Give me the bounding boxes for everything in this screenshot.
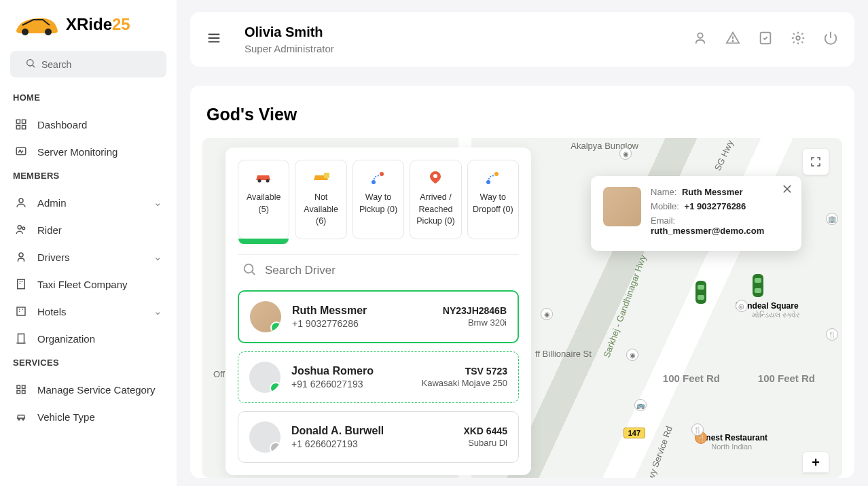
chevron-down-icon: ⌄ (153, 305, 162, 317)
svg-point-12 (19, 253, 23, 257)
svg-rect-25 (17, 391, 20, 394)
driver-marker[interactable] (750, 273, 766, 298)
svg-point-1 (45, 29, 52, 35)
section-services: SERVICES (10, 358, 166, 368)
map-label: ff Billionaire St (535, 349, 592, 359)
driver-card[interactable]: Joshua Romero +91 6266027193 TSV 5723 Ka… (238, 351, 519, 403)
driver-plate: NY23JH2846B (443, 305, 507, 316)
sidebar-search[interactable]: Search (10, 51, 166, 77)
current-user: Olivia Smith Super Administrator (245, 24, 334, 54)
svg-rect-43 (755, 288, 761, 293)
nav-hotels[interactable]: Hotels ⌄ (10, 298, 166, 325)
nav-server-monitoring[interactable]: Server Monitoring (10, 138, 166, 165)
svg-rect-40 (698, 295, 704, 300)
map-label: 100 Feet Rd (758, 372, 815, 384)
svg-rect-13 (18, 279, 25, 289)
map-container[interactable]: Akalpya Bunglow SG Hwy Sarkhej - Gandhin… (202, 138, 842, 478)
monitor-icon (14, 145, 28, 158)
driver-search-input[interactable] (265, 264, 515, 277)
poi-icon: ◉ (626, 349, 638, 361)
nav-vehicle-type[interactable]: Vehicle Type (10, 403, 166, 430)
chevron-down-icon: ⌄ (153, 196, 162, 209)
driver-info-popup: Name: Ruth Messmer Mobile: +1 9032776286… (591, 176, 801, 251)
tab-way-to-pickup[interactable]: Way to Pickup (0) (352, 160, 404, 239)
dropoff-route-icon (471, 169, 516, 186)
svg-rect-41 (753, 274, 763, 297)
svg-line-55 (252, 272, 255, 275)
svg-rect-26 (22, 391, 26, 394)
sidebar: XRide25 Search HOME Dashboard Server Mon… (0, 0, 177, 486)
profile-icon[interactable] (693, 31, 708, 48)
tab-not-available[interactable]: Not Available (6) (295, 160, 346, 239)
driver-card[interactable]: Donald A. Burwell +1 6266027193 XKD 6445… (238, 411, 519, 463)
svg-rect-17 (17, 307, 25, 315)
driver-plate: XKD 6445 (463, 426, 507, 436)
svg-point-32 (698, 33, 702, 38)
map-label: 100 Feet Rd (663, 372, 720, 384)
dashboard-icon (14, 118, 28, 131)
power-icon[interactable] (823, 31, 838, 48)
svg-point-54 (245, 264, 253, 273)
user-role: Super Administrator (245, 43, 334, 54)
nav-drivers[interactable]: Drivers ⌄ (10, 243, 166, 271)
tab-arrived-pickup[interactable]: Arrived / Reached Pickup (0) (410, 160, 461, 239)
svg-rect-5 (22, 120, 26, 123)
driver-phone: +1 6266027193 (291, 438, 452, 449)
search-placeholder: Search (41, 59, 71, 70)
nav-taxi-fleet[interactable]: Taxi Fleet Company (10, 271, 166, 298)
svg-rect-6 (16, 126, 20, 129)
svg-point-46 (258, 179, 261, 183)
menu-toggle-button[interactable] (206, 31, 221, 48)
poi-icon: ◉ (619, 147, 632, 160)
driver-name: Donald A. Burwell (291, 425, 452, 437)
topbar: Olivia Smith Super Administrator (190, 12, 854, 67)
svg-rect-48 (324, 173, 329, 178)
restaurant-icon: 🍴 (691, 423, 704, 436)
driver-phone: +1 9032776286 (292, 318, 432, 329)
main-content: Olivia Smith Super Administrator God's V… (177, 0, 868, 486)
svg-line-3 (33, 65, 35, 67)
driver-panel: Available (5) Not Available (6) Way to P… (225, 147, 531, 475)
svg-rect-21 (18, 334, 24, 343)
tab-way-to-dropoff[interactable]: Way to Dropoff (0) (467, 160, 519, 239)
svg-point-27 (18, 419, 20, 420)
nav-admin[interactable]: Admin ⌄ (10, 189, 166, 216)
brand-logo[interactable]: XRide25 (10, 10, 166, 39)
svg-point-53 (494, 172, 499, 176)
restaurant-icon: 🍴 (826, 328, 838, 341)
driver-search[interactable] (238, 254, 519, 290)
building-icon: 🏢 (826, 213, 838, 225)
avatar (603, 187, 641, 226)
map-label: Off (213, 369, 225, 379)
tab-available[interactable]: Available (5) (238, 160, 289, 239)
svg-rect-23 (17, 385, 20, 389)
drivers-icon (14, 250, 28, 264)
driver-plate: TSV 5723 (422, 366, 507, 377)
nav-dashboard[interactable]: Dashboard (10, 111, 166, 138)
svg-point-51 (433, 174, 437, 178)
svg-rect-39 (698, 285, 704, 290)
nav-manage-service-category[interactable]: Manage Service Category (10, 376, 166, 403)
nav-rider[interactable]: Rider (10, 216, 166, 243)
user-name: Olivia Smith (245, 24, 334, 40)
driver-marker[interactable] (693, 279, 709, 305)
svg-point-28 (22, 419, 24, 420)
search-icon (242, 262, 257, 279)
svg-point-47 (266, 179, 270, 183)
svg-rect-38 (695, 281, 706, 304)
alert-icon[interactable] (725, 31, 740, 48)
svg-rect-4 (16, 120, 20, 123)
driver-card-selected[interactable]: Ruth Messmer +1 9032776286 NY23JH2846B B… (238, 290, 519, 343)
note-icon[interactable] (758, 31, 773, 48)
arrived-icon (413, 169, 458, 186)
svg-rect-7 (22, 126, 26, 129)
close-icon[interactable] (781, 183, 793, 198)
poi-mondeal: ◎Mondeal Square મોન્ડિયલ સ્ક્વેર (736, 301, 800, 319)
avatar (249, 421, 281, 453)
nav-organization[interactable]: Organization (10, 325, 166, 352)
fullscreen-button[interactable] (803, 149, 829, 175)
driver-car: Subaru Dl (463, 438, 507, 448)
svg-rect-42 (755, 278, 761, 283)
settings-icon[interactable] (791, 31, 806, 48)
zoom-in-button[interactable]: + (803, 452, 829, 472)
